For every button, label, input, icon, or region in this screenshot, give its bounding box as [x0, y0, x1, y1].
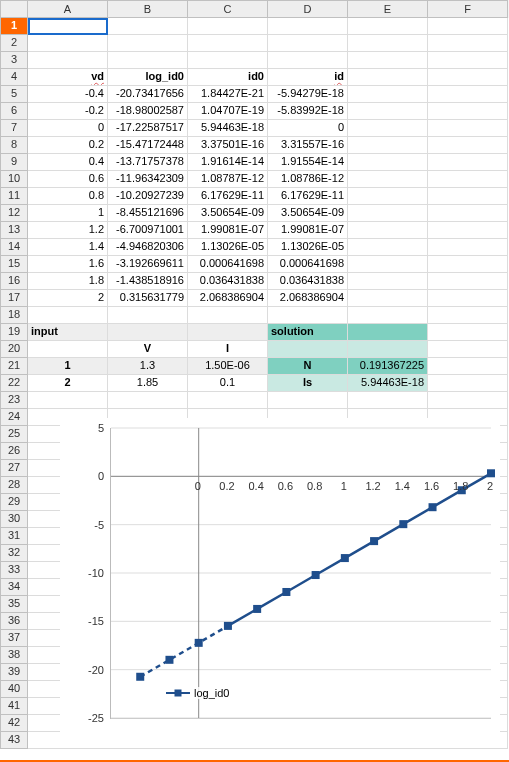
- cell-E3[interactable]: [348, 52, 428, 69]
- cell-E9[interactable]: [348, 154, 428, 171]
- cell-B2[interactable]: [108, 35, 188, 52]
- cell-C20[interactable]: I: [188, 341, 268, 358]
- cell-A17[interactable]: 2: [28, 290, 108, 307]
- row-header-29[interactable]: 29: [0, 494, 28, 511]
- cell-B21[interactable]: 1.3: [108, 358, 188, 375]
- cell-A1[interactable]: [28, 18, 108, 35]
- cell-E7[interactable]: [348, 120, 428, 137]
- row-header-16[interactable]: 16: [0, 273, 28, 290]
- cell-D15[interactable]: 0.000641698: [268, 256, 348, 273]
- cell-D7[interactable]: 0: [268, 120, 348, 137]
- solution-title[interactable]: solution: [268, 324, 348, 341]
- cell-E19[interactable]: [348, 324, 428, 341]
- row-header-5[interactable]: 5: [0, 86, 28, 103]
- row-header-36[interactable]: 36: [0, 613, 28, 630]
- cell-D12[interactable]: 3.50654E-09: [268, 205, 348, 222]
- cell-A21[interactable]: 1: [28, 358, 108, 375]
- row-header-38[interactable]: 38: [0, 647, 28, 664]
- cell-F12[interactable]: [428, 205, 508, 222]
- cell-E21[interactable]: 0.191367225: [348, 358, 428, 375]
- cell-C18[interactable]: [188, 307, 268, 324]
- row-header-10[interactable]: 10: [0, 171, 28, 188]
- cell-F1[interactable]: [428, 18, 508, 35]
- cell-E2[interactable]: [348, 35, 428, 52]
- cell-C5[interactable]: 1.84427E-21: [188, 86, 268, 103]
- cell-A5[interactable]: -0.4: [28, 86, 108, 103]
- cell-F15[interactable]: [428, 256, 508, 273]
- cell-C23[interactable]: [188, 392, 268, 409]
- cell-A8[interactable]: 0.2: [28, 137, 108, 154]
- cell-C4[interactable]: id0: [188, 69, 268, 86]
- cell-E5[interactable]: [348, 86, 428, 103]
- cell-F14[interactable]: [428, 239, 508, 256]
- cell-F22[interactable]: [428, 375, 508, 392]
- cell-E15[interactable]: [348, 256, 428, 273]
- cell-B9[interactable]: -13.71757378: [108, 154, 188, 171]
- row-header-32[interactable]: 32: [0, 545, 28, 562]
- cell-D20[interactable]: [268, 341, 348, 358]
- cell-A15[interactable]: 1.6: [28, 256, 108, 273]
- row-header-27[interactable]: 27: [0, 460, 28, 477]
- cell-C22[interactable]: 0.1: [188, 375, 268, 392]
- row-header-28[interactable]: 28: [0, 477, 28, 494]
- cell-E20[interactable]: [348, 341, 428, 358]
- cell-A23[interactable]: [28, 392, 108, 409]
- cell-D18[interactable]: [268, 307, 348, 324]
- row-header-4[interactable]: 4: [0, 69, 28, 86]
- cell-D2[interactable]: [268, 35, 348, 52]
- cell-F13[interactable]: [428, 222, 508, 239]
- cell-B11[interactable]: -10.20927239: [108, 188, 188, 205]
- cell-C11[interactable]: 6.17629E-11: [188, 188, 268, 205]
- cell-B19[interactable]: [108, 324, 188, 341]
- cell-A9[interactable]: 0.4: [28, 154, 108, 171]
- cell-D8[interactable]: 3.31557E-16: [268, 137, 348, 154]
- cell-C2[interactable]: [188, 35, 268, 52]
- cell-E11[interactable]: [348, 188, 428, 205]
- row-header-35[interactable]: 35: [0, 596, 28, 613]
- cell-F23[interactable]: [428, 392, 508, 409]
- row-header-3[interactable]: 3: [0, 52, 28, 69]
- cell-F11[interactable]: [428, 188, 508, 205]
- row-header-6[interactable]: 6: [0, 103, 28, 120]
- cell-C15[interactable]: 0.000641698: [188, 256, 268, 273]
- row-header-26[interactable]: 26: [0, 443, 28, 460]
- cell-D5[interactable]: -5.94279E-18: [268, 86, 348, 103]
- cell-B16[interactable]: -1.438518916: [108, 273, 188, 290]
- row-header-33[interactable]: 33: [0, 562, 28, 579]
- cell-A16[interactable]: 1.8: [28, 273, 108, 290]
- cell-A6[interactable]: -0.2: [28, 103, 108, 120]
- cell-E12[interactable]: [348, 205, 428, 222]
- cell-B8[interactable]: -15.47172448: [108, 137, 188, 154]
- select-all-corner[interactable]: [0, 0, 28, 18]
- cell-A10[interactable]: 0.6: [28, 171, 108, 188]
- input-title[interactable]: input: [28, 324, 108, 341]
- row-header-2[interactable]: 2: [0, 35, 28, 52]
- column-header-B[interactable]: B: [108, 0, 188, 18]
- cell-C17[interactable]: 2.068386904: [188, 290, 268, 307]
- cell-D6[interactable]: -5.83992E-18: [268, 103, 348, 120]
- column-header-A[interactable]: A: [28, 0, 108, 18]
- cell-E8[interactable]: [348, 137, 428, 154]
- cell-A18[interactable]: [28, 307, 108, 324]
- cell-C8[interactable]: 3.37501E-16: [188, 137, 268, 154]
- cell-C1[interactable]: [188, 18, 268, 35]
- cell-F5[interactable]: [428, 86, 508, 103]
- cell-B18[interactable]: [108, 307, 188, 324]
- cell-D22[interactable]: Is: [268, 375, 348, 392]
- cell-B6[interactable]: -18.98002587: [108, 103, 188, 120]
- cell-F2[interactable]: [428, 35, 508, 52]
- cell-E17[interactable]: [348, 290, 428, 307]
- row-header-22[interactable]: 22: [0, 375, 28, 392]
- cell-A12[interactable]: 1: [28, 205, 108, 222]
- cell-F6[interactable]: [428, 103, 508, 120]
- cell-A7[interactable]: 0: [28, 120, 108, 137]
- row-header-18[interactable]: 18: [0, 307, 28, 324]
- cell-D10[interactable]: 1.08786E-12: [268, 171, 348, 188]
- cell-B23[interactable]: [108, 392, 188, 409]
- cell-A11[interactable]: 0.8: [28, 188, 108, 205]
- column-header-C[interactable]: C: [188, 0, 268, 18]
- row-header-11[interactable]: 11: [0, 188, 28, 205]
- row-header-40[interactable]: 40: [0, 681, 28, 698]
- cell-D4[interactable]: id: [268, 69, 348, 86]
- column-header-D[interactable]: D: [268, 0, 348, 18]
